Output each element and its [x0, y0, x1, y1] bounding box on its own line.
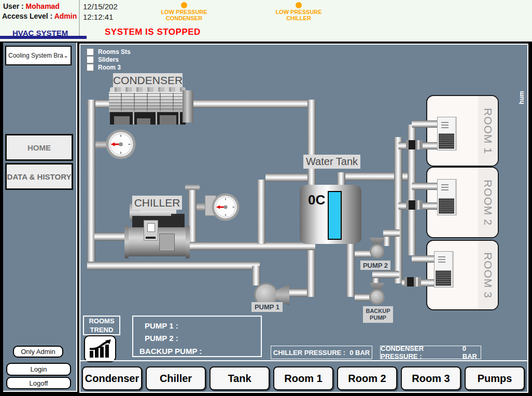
access-label: Access Level :	[2, 12, 52, 20]
condenser-base	[110, 112, 186, 125]
main-panel: Rooms Sts Sliders Room 3 ROOM 1 ROOM 2 R…	[79, 44, 528, 393]
pump1-label: PUMP 1	[251, 302, 283, 312]
condenser-louvers	[109, 92, 187, 112]
room-2-strip: ROOM 2	[478, 168, 498, 237]
alarm-condenser-line2: CONDENSER	[150, 15, 218, 21]
header-divider	[79, 0, 80, 36]
condenser-post	[133, 112, 134, 125]
checkbox-sliders[interactable]: Sliders	[87, 56, 131, 63]
logoff-button[interactable]: Logoff	[6, 377, 71, 389]
pipe-segment	[188, 242, 315, 250]
nav-divider	[80, 360, 527, 361]
logoff-label: Logoff	[30, 379, 48, 387]
condenser-block	[160, 115, 176, 125]
pump2-funnel	[370, 238, 384, 244]
user-label: User :	[3, 2, 24, 10]
overlay-checkbox-group: Rooms Sts Sliders Room 3	[87, 48, 131, 71]
title-underline	[0, 36, 87, 39]
access-line: Access Level : Admin	[2, 12, 77, 20]
nav-button-tank[interactable]: Tank	[209, 366, 270, 390]
side-note-text: hum	[518, 91, 525, 104]
nav-button-room3[interactable]: Room 3	[401, 366, 461, 390]
nav-button-room1[interactable]: Room 1	[273, 366, 333, 390]
alarm-condenser: LOW PRESSURE CONDENSER	[150, 9, 218, 21]
only-admin-label: Only Admin	[21, 348, 55, 356]
nav-button-room2[interactable]: Room 2	[337, 366, 397, 390]
nav-button-condenser[interactable]: Condenser	[82, 366, 142, 390]
room1-ac-unit	[437, 117, 457, 151]
chiller-control-panel	[144, 220, 158, 241]
sidebar: Cooling System Bra ⌄ HOME DATA & HISTORY…	[3, 43, 77, 392]
ac-grille	[439, 133, 454, 149]
pipe-segment	[185, 100, 312, 108]
tank-level-indicator	[328, 191, 342, 240]
valve-room2[interactable]	[406, 200, 423, 210]
pipe-flange	[185, 185, 200, 190]
checkbox-icon[interactable]	[87, 48, 94, 56]
nav-button-chiller[interactable]: Chiller	[146, 366, 206, 390]
chiller-pressure-label: CHILLER PRESSURE :	[273, 349, 345, 357]
valve-room3[interactable]	[404, 277, 421, 286]
sidebar-item-data-history[interactable]: DATA & HISTORY	[5, 163, 73, 190]
backup-pump-label: BACKUP PUMP	[363, 306, 393, 323]
chiller-panel-strip	[146, 237, 156, 239]
trend-chart-icon	[89, 339, 111, 358]
ac-vent-icon	[441, 184, 449, 192]
nav-label: Condenser	[85, 373, 139, 385]
nav-label: Room 2	[348, 373, 386, 385]
sidebar-item-home[interactable]: HOME	[5, 134, 73, 161]
valve-room1[interactable]	[406, 140, 423, 149]
alarm-chiller-line2: CHILLER	[265, 15, 332, 21]
login-label: Login	[31, 365, 47, 373]
ac-grille	[436, 270, 451, 286]
rooms-trend-button[interactable]	[84, 335, 116, 362]
pipe-segment	[265, 173, 311, 182]
chiller-pressure-box: CHILLER PRESSURE : 0 BAR	[271, 346, 372, 359]
rooms-trend-line2: TREND	[84, 325, 119, 334]
checkbox-rooms-sts[interactable]: Rooms Sts	[87, 48, 131, 56]
data-history-label: DATA & HISTORY	[7, 172, 72, 181]
alarm-condenser-line1: LOW PRESSURE	[150, 9, 218, 15]
login-button[interactable]: Login	[6, 363, 71, 376]
checkbox-label: Sliders	[98, 56, 119, 63]
condenser-caps	[110, 87, 186, 92]
pipe-segment	[87, 100, 95, 270]
nav-label: Room 1	[284, 373, 322, 385]
condenser-side-panel	[183, 90, 193, 122]
date-text: 12/15/202	[83, 2, 118, 11]
pipe-segment	[87, 262, 260, 270]
rooms-trend-line1: ROOMS	[84, 317, 119, 325]
pipe-segment	[372, 271, 399, 278]
condenser-post	[178, 112, 180, 125]
checkbox-icon[interactable]	[87, 56, 94, 63]
ac-grille	[439, 198, 454, 214]
room-1-label: ROOM 1	[482, 108, 494, 154]
pump1-status: PUMP 1 :	[145, 321, 178, 330]
checkbox-label: Room 3	[98, 64, 121, 71]
backup-pump-status: BACKUP PUMP :	[139, 347, 202, 356]
alarm-chiller-line1: LOW PRESSURE	[265, 9, 332, 15]
nav-button-pumps[interactable]: Pumps	[465, 366, 525, 390]
system-select-dropdown[interactable]: Cooling System Bra ⌄	[5, 46, 72, 65]
pump2-label: PUMP 2	[360, 261, 390, 270]
checkbox-label: Rooms Sts	[98, 48, 131, 56]
pump2-graphic[interactable]	[370, 244, 384, 258]
condenser-graphic[interactable]	[109, 87, 187, 125]
checkbox-room3[interactable]: Room 3	[87, 63, 131, 71]
water-tank-graphic[interactable]: 0C	[300, 185, 361, 244]
backup-pump-graphic[interactable]	[369, 289, 385, 305]
pipe-segment	[307, 100, 316, 188]
pipe-segment	[412, 120, 441, 128]
alarm-indicator-condenser-icon	[181, 2, 187, 8]
alarm-indicator-chiller-icon	[296, 2, 302, 8]
time-text: 12:12:41	[83, 12, 113, 21]
backup-pump-label-line1: BACKUP	[366, 308, 390, 315]
room2-ac-unit	[437, 179, 457, 215]
pump2-status: PUMP 2 :	[145, 334, 178, 343]
checkbox-icon[interactable]	[87, 64, 94, 71]
condenser-post	[156, 112, 157, 125]
condenser-block	[114, 116, 130, 125]
condenser-pressure-label: CONDENSER PRESSURE :	[381, 345, 458, 360]
system-status: SYSTEM IS STOPPED	[105, 27, 201, 37]
only-admin-button[interactable]: Only Admin	[13, 346, 63, 358]
